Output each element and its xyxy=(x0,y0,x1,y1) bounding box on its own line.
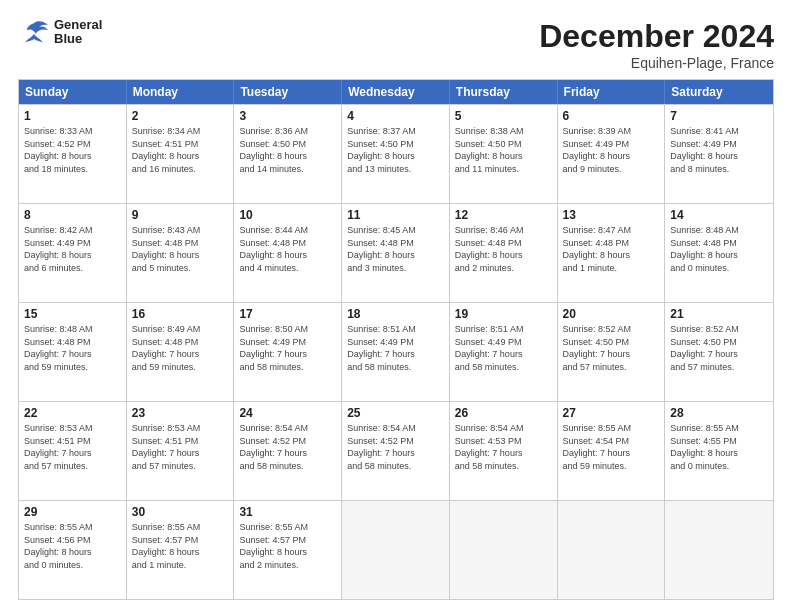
header-sunday: Sunday xyxy=(19,80,127,104)
day-number-25: 25 xyxy=(347,406,444,420)
calendar-cell-1-4: 12Sunrise: 8:46 AM Sunset: 4:48 PM Dayli… xyxy=(450,204,558,302)
calendar-cell-4-1: 30Sunrise: 8:55 AM Sunset: 4:57 PM Dayli… xyxy=(127,501,235,599)
day-number-3: 3 xyxy=(239,109,336,123)
day-info-24: Sunrise: 8:54 AM Sunset: 4:52 PM Dayligh… xyxy=(239,422,336,472)
header-monday: Monday xyxy=(127,80,235,104)
logo: General Blue xyxy=(18,18,102,47)
page: General Blue December 2024 Equihen-Plage… xyxy=(0,0,792,612)
day-info-30: Sunrise: 8:55 AM Sunset: 4:57 PM Dayligh… xyxy=(132,521,229,571)
calendar-cell-1-3: 11Sunrise: 8:45 AM Sunset: 4:48 PM Dayli… xyxy=(342,204,450,302)
calendar-cell-0-1: 2Sunrise: 8:34 AM Sunset: 4:51 PM Daylig… xyxy=(127,105,235,203)
day-info-23: Sunrise: 8:53 AM Sunset: 4:51 PM Dayligh… xyxy=(132,422,229,472)
day-info-11: Sunrise: 8:45 AM Sunset: 4:48 PM Dayligh… xyxy=(347,224,444,274)
calendar-cell-4-6 xyxy=(665,501,773,599)
calendar-row-2: 15Sunrise: 8:48 AM Sunset: 4:48 PM Dayli… xyxy=(19,302,773,401)
calendar-cell-1-1: 9Sunrise: 8:43 AM Sunset: 4:48 PM Daylig… xyxy=(127,204,235,302)
calendar-cell-0-4: 5Sunrise: 8:38 AM Sunset: 4:50 PM Daylig… xyxy=(450,105,558,203)
calendar: Sunday Monday Tuesday Wednesday Thursday… xyxy=(18,79,774,600)
calendar-cell-0-5: 6Sunrise: 8:39 AM Sunset: 4:49 PM Daylig… xyxy=(558,105,666,203)
day-info-25: Sunrise: 8:54 AM Sunset: 4:52 PM Dayligh… xyxy=(347,422,444,472)
day-info-8: Sunrise: 8:42 AM Sunset: 4:49 PM Dayligh… xyxy=(24,224,121,274)
calendar-cell-3-4: 26Sunrise: 8:54 AM Sunset: 4:53 PM Dayli… xyxy=(450,402,558,500)
day-number-17: 17 xyxy=(239,307,336,321)
day-number-13: 13 xyxy=(563,208,660,222)
day-number-28: 28 xyxy=(670,406,768,420)
day-info-15: Sunrise: 8:48 AM Sunset: 4:48 PM Dayligh… xyxy=(24,323,121,373)
day-info-22: Sunrise: 8:53 AM Sunset: 4:51 PM Dayligh… xyxy=(24,422,121,472)
day-number-31: 31 xyxy=(239,505,336,519)
header-saturday: Saturday xyxy=(665,80,773,104)
day-info-19: Sunrise: 8:51 AM Sunset: 4:49 PM Dayligh… xyxy=(455,323,552,373)
day-info-16: Sunrise: 8:49 AM Sunset: 4:48 PM Dayligh… xyxy=(132,323,229,373)
day-number-19: 19 xyxy=(455,307,552,321)
day-info-27: Sunrise: 8:55 AM Sunset: 4:54 PM Dayligh… xyxy=(563,422,660,472)
calendar-cell-1-5: 13Sunrise: 8:47 AM Sunset: 4:48 PM Dayli… xyxy=(558,204,666,302)
location: Equihen-Plage, France xyxy=(539,55,774,71)
header-wednesday: Wednesday xyxy=(342,80,450,104)
day-info-20: Sunrise: 8:52 AM Sunset: 4:50 PM Dayligh… xyxy=(563,323,660,373)
calendar-cell-1-6: 14Sunrise: 8:48 AM Sunset: 4:48 PM Dayli… xyxy=(665,204,773,302)
day-info-1: Sunrise: 8:33 AM Sunset: 4:52 PM Dayligh… xyxy=(24,125,121,175)
calendar-row-1: 8Sunrise: 8:42 AM Sunset: 4:49 PM Daylig… xyxy=(19,203,773,302)
day-number-1: 1 xyxy=(24,109,121,123)
calendar-cell-1-2: 10Sunrise: 8:44 AM Sunset: 4:48 PM Dayli… xyxy=(234,204,342,302)
day-number-7: 7 xyxy=(670,109,768,123)
day-number-9: 9 xyxy=(132,208,229,222)
day-number-29: 29 xyxy=(24,505,121,519)
day-number-27: 27 xyxy=(563,406,660,420)
calendar-cell-3-5: 27Sunrise: 8:55 AM Sunset: 4:54 PM Dayli… xyxy=(558,402,666,500)
header-tuesday: Tuesday xyxy=(234,80,342,104)
header: General Blue December 2024 Equihen-Plage… xyxy=(18,18,774,71)
calendar-cell-3-3: 25Sunrise: 8:54 AM Sunset: 4:52 PM Dayli… xyxy=(342,402,450,500)
calendar-cell-2-1: 16Sunrise: 8:49 AM Sunset: 4:48 PM Dayli… xyxy=(127,303,235,401)
day-number-26: 26 xyxy=(455,406,552,420)
day-number-6: 6 xyxy=(563,109,660,123)
day-info-31: Sunrise: 8:55 AM Sunset: 4:57 PM Dayligh… xyxy=(239,521,336,571)
logo-line1: General xyxy=(54,18,102,32)
day-number-21: 21 xyxy=(670,307,768,321)
logo-line2: Blue xyxy=(54,32,102,46)
calendar-cell-2-4: 19Sunrise: 8:51 AM Sunset: 4:49 PM Dayli… xyxy=(450,303,558,401)
calendar-cell-3-2: 24Sunrise: 8:54 AM Sunset: 4:52 PM Dayli… xyxy=(234,402,342,500)
calendar-cell-4-4 xyxy=(450,501,558,599)
day-number-30: 30 xyxy=(132,505,229,519)
header-thursday: Thursday xyxy=(450,80,558,104)
day-info-12: Sunrise: 8:46 AM Sunset: 4:48 PM Dayligh… xyxy=(455,224,552,274)
day-number-4: 4 xyxy=(347,109,444,123)
calendar-cell-3-0: 22Sunrise: 8:53 AM Sunset: 4:51 PM Dayli… xyxy=(19,402,127,500)
calendar-cell-4-5 xyxy=(558,501,666,599)
calendar-cell-0-3: 4Sunrise: 8:37 AM Sunset: 4:50 PM Daylig… xyxy=(342,105,450,203)
day-info-3: Sunrise: 8:36 AM Sunset: 4:50 PM Dayligh… xyxy=(239,125,336,175)
calendar-row-3: 22Sunrise: 8:53 AM Sunset: 4:51 PM Dayli… xyxy=(19,401,773,500)
day-info-4: Sunrise: 8:37 AM Sunset: 4:50 PM Dayligh… xyxy=(347,125,444,175)
calendar-cell-3-6: 28Sunrise: 8:55 AM Sunset: 4:55 PM Dayli… xyxy=(665,402,773,500)
day-info-21: Sunrise: 8:52 AM Sunset: 4:50 PM Dayligh… xyxy=(670,323,768,373)
day-info-14: Sunrise: 8:48 AM Sunset: 4:48 PM Dayligh… xyxy=(670,224,768,274)
day-number-18: 18 xyxy=(347,307,444,321)
day-number-5: 5 xyxy=(455,109,552,123)
day-info-18: Sunrise: 8:51 AM Sunset: 4:49 PM Dayligh… xyxy=(347,323,444,373)
day-number-11: 11 xyxy=(347,208,444,222)
logo-text: General Blue xyxy=(54,18,102,47)
calendar-cell-0-6: 7Sunrise: 8:41 AM Sunset: 4:49 PM Daylig… xyxy=(665,105,773,203)
calendar-cell-4-2: 31Sunrise: 8:55 AM Sunset: 4:57 PM Dayli… xyxy=(234,501,342,599)
day-info-10: Sunrise: 8:44 AM Sunset: 4:48 PM Dayligh… xyxy=(239,224,336,274)
calendar-cell-0-0: 1Sunrise: 8:33 AM Sunset: 4:52 PM Daylig… xyxy=(19,105,127,203)
day-number-15: 15 xyxy=(24,307,121,321)
day-number-10: 10 xyxy=(239,208,336,222)
calendar-row-4: 29Sunrise: 8:55 AM Sunset: 4:56 PM Dayli… xyxy=(19,500,773,599)
calendar-header: Sunday Monday Tuesday Wednesday Thursday… xyxy=(19,80,773,104)
day-number-20: 20 xyxy=(563,307,660,321)
calendar-cell-2-3: 18Sunrise: 8:51 AM Sunset: 4:49 PM Dayli… xyxy=(342,303,450,401)
logo-bird-icon xyxy=(18,18,50,46)
day-number-8: 8 xyxy=(24,208,121,222)
calendar-cell-4-0: 29Sunrise: 8:55 AM Sunset: 4:56 PM Dayli… xyxy=(19,501,127,599)
day-number-12: 12 xyxy=(455,208,552,222)
day-info-17: Sunrise: 8:50 AM Sunset: 4:49 PM Dayligh… xyxy=(239,323,336,373)
day-info-26: Sunrise: 8:54 AM Sunset: 4:53 PM Dayligh… xyxy=(455,422,552,472)
calendar-cell-1-0: 8Sunrise: 8:42 AM Sunset: 4:49 PM Daylig… xyxy=(19,204,127,302)
day-number-22: 22 xyxy=(24,406,121,420)
calendar-cell-3-1: 23Sunrise: 8:53 AM Sunset: 4:51 PM Dayli… xyxy=(127,402,235,500)
calendar-body: 1Sunrise: 8:33 AM Sunset: 4:52 PM Daylig… xyxy=(19,104,773,599)
day-number-16: 16 xyxy=(132,307,229,321)
